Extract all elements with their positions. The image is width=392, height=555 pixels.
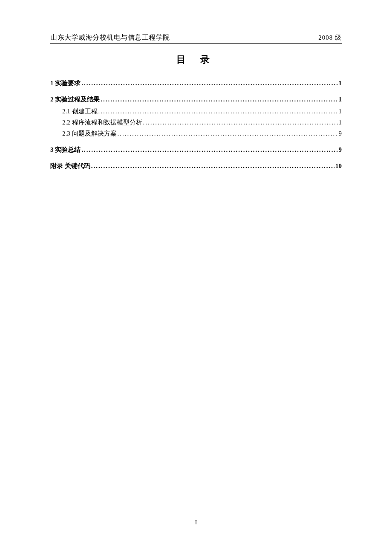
toc-label: 2.2 程序流程和数据模型分析 bbox=[62, 117, 142, 127]
toc-page-number: 9 bbox=[339, 145, 342, 155]
toc-subentry: 2.3 问题及解决方案 ............................… bbox=[62, 128, 342, 139]
toc-label: 2.1 创建工程 bbox=[62, 106, 98, 116]
toc-leader-dots: ........................................… bbox=[143, 117, 338, 127]
toc-label: 3 实验总结 bbox=[50, 145, 81, 155]
page-header: 山东大学威海分校机电与信息工程学院 2008 级 bbox=[50, 33, 342, 44]
toc-label: 附录 关键代码 bbox=[50, 161, 90, 171]
toc-page-number: 10 bbox=[335, 161, 342, 171]
toc-entry: 1 实验要求 .................................… bbox=[50, 78, 342, 88]
toc-label: 2.3 问题及解决方案 bbox=[62, 128, 117, 139]
toc-entry: 3 实验总结 .................................… bbox=[50, 145, 342, 155]
page-number-footer: I bbox=[0, 519, 392, 526]
toc-page-number: 1 bbox=[339, 78, 342, 88]
toc-leader-dots: ........................................… bbox=[81, 145, 337, 155]
toc-label: 2 实验过程及结果 bbox=[50, 94, 100, 104]
toc-leader-dots: ........................................… bbox=[81, 78, 337, 88]
toc-leader-dots: ........................................… bbox=[91, 161, 334, 171]
toc-page-number: 1 bbox=[339, 106, 342, 116]
header-institution: 山东大学威海分校机电与信息工程学院 bbox=[50, 33, 170, 42]
toc-leader-dots: ........................................… bbox=[101, 94, 337, 104]
toc-page-number: 1 bbox=[339, 117, 342, 127]
toc-title: 目 录 bbox=[50, 53, 342, 66]
toc-label: 1 实验要求 bbox=[50, 78, 81, 88]
toc-list: 1 实验要求 .................................… bbox=[50, 78, 342, 171]
toc-subentry: 2.1 创建工程 ...............................… bbox=[62, 106, 342, 116]
toc-page-number: 1 bbox=[339, 94, 342, 104]
toc-page-number: 9 bbox=[339, 128, 342, 139]
toc-entry: 附录 关键代码 ................................… bbox=[50, 161, 342, 171]
toc-leader-dots: ........................................… bbox=[118, 128, 338, 139]
header-cohort: 2008 级 bbox=[318, 34, 342, 42]
page-container: 山东大学威海分校机电与信息工程学院 2008 级 目 录 1 实验要求 ....… bbox=[0, 0, 392, 555]
toc-leader-dots: ........................................… bbox=[98, 106, 338, 116]
toc-entry: 2 实验过程及结果 ..............................… bbox=[50, 94, 342, 104]
toc-subentry: 2.2 程序流程和数据模型分析 ........................… bbox=[62, 117, 342, 127]
